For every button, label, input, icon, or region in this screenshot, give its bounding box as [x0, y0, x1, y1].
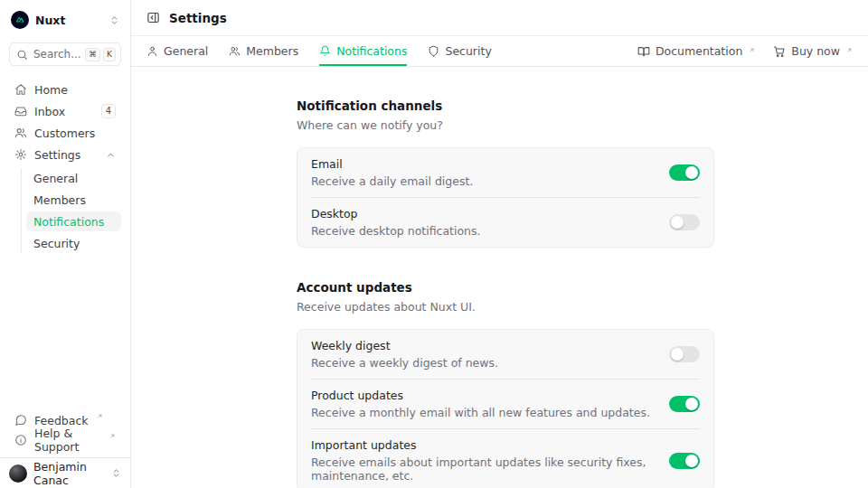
users-icon [229, 45, 241, 57]
row-text: Important updates Receive emails about i… [311, 438, 669, 483]
external-link-icon [109, 433, 116, 439]
tab-general[interactable]: General [146, 36, 208, 66]
tab-members[interactable]: Members [229, 36, 298, 66]
desktop-row: Desktop Receive desktop notifications. [297, 198, 713, 247]
sidebar-footer: Feedback Help & Support Benjamin Canac [9, 410, 121, 488]
cart-icon [773, 45, 786, 58]
nuxt-logo-icon [11, 11, 29, 29]
kbd-cmd: ⌘ [85, 48, 100, 61]
settings-content: Notification channels Where can we notif… [131, 67, 868, 488]
chevron-updown-icon [111, 468, 121, 478]
documentation-label: Documentation [656, 44, 742, 58]
sidebar-nav: Home Inbox 4 Customers Settings [9, 80, 121, 253]
tab-label: Notifications [336, 44, 407, 58]
sidebar-item-security[interactable]: Security [26, 233, 121, 253]
sidebar-item-members[interactable]: Members [26, 190, 121, 210]
help-support-label: Help & Support [34, 427, 101, 454]
row-description: Receive a daily email digest. [311, 174, 473, 188]
account-updates-section: Account updates Receive updates about Nu… [297, 280, 714, 488]
tab-label: Members [246, 44, 298, 58]
tab-actions: Documentation Buy now [637, 44, 853, 58]
inbox-count-badge: 4 [101, 104, 116, 118]
important-updates-row: Important updates Receive emails about i… [297, 429, 713, 488]
workspace-selector[interactable]: Nuxt [9, 9, 121, 31]
users-icon [14, 127, 27, 139]
email-toggle[interactable] [669, 164, 700, 181]
row-label: Desktop [311, 207, 481, 221]
chevron-updown-icon [109, 15, 119, 25]
product-updates-toggle[interactable] [669, 396, 700, 412]
sub-item-label: General [33, 172, 78, 185]
kbd-k: K [103, 48, 116, 61]
sidebar-item-inbox[interactable]: Inbox 4 [9, 101, 121, 121]
weekly-digest-row: Weekly digest Receive a weekly digest of… [297, 330, 713, 379]
email-row: Email Receive a daily email digest. [297, 148, 713, 197]
info-circle-icon [14, 434, 27, 446]
panel-collapse-icon[interactable] [146, 11, 160, 24]
row-description: Receive a monthly email with all new fea… [311, 406, 650, 419]
book-icon [637, 45, 650, 58]
sub-item-label: Security [33, 237, 80, 250]
sidebar-item-settings[interactable]: Settings [9, 145, 121, 164]
help-support-link[interactable]: Help & Support [9, 430, 121, 450]
search-field[interactable] [33, 48, 84, 61]
tab-bar: General Members Notifications Security [131, 36, 868, 67]
desktop-toggle[interactable] [669, 214, 700, 230]
tab-label: General [164, 44, 208, 58]
sidebar-item-notifications[interactable]: Notifications [26, 211, 121, 231]
main-panel: Settings General Members Notifications S… [131, 0, 868, 488]
row-text: Weekly digest Receive a weekly digest of… [311, 339, 498, 370]
user-icon [146, 45, 158, 57]
row-text: Desktop Receive desktop notifications. [311, 207, 481, 238]
user-menu[interactable]: Benjamin Canac [0, 457, 130, 488]
home-icon [14, 83, 27, 96]
row-label: Email [311, 157, 473, 171]
search-input[interactable]: ⌘ K [9, 42, 121, 66]
gear-icon [14, 148, 27, 161]
notification-channels-card: Email Receive a daily email digest. Desk… [297, 147, 714, 248]
section-subtitle: Receive updates about Nuxt UI. [297, 300, 714, 314]
sub-item-label: Notifications [33, 215, 104, 229]
sidebar-item-home[interactable]: Home [9, 80, 121, 99]
external-link-icon [97, 413, 103, 419]
page-title: Settings [169, 11, 227, 25]
avatar [9, 465, 27, 483]
documentation-button[interactable]: Documentation [637, 44, 755, 58]
sub-item-label: Members [33, 193, 86, 207]
row-description: Receive a weekly digest of news. [311, 356, 498, 370]
inbox-icon [14, 105, 27, 117]
important-updates-toggle[interactable] [669, 453, 700, 469]
sidebar-item-general[interactable]: General [26, 168, 121, 188]
tab-label: Security [445, 44, 491, 58]
sidebar-item-label: Customers [34, 127, 95, 140]
row-description: Receive desktop notifications. [311, 224, 481, 238]
search-shortcut: ⌘ K [85, 48, 116, 61]
settings-subnav: General Members Notifications Security [21, 168, 121, 253]
external-link-icon [846, 47, 853, 53]
feedback-label: Feedback [34, 414, 89, 427]
notification-channels-section: Notification channels Where can we notif… [297, 99, 714, 248]
page-header: Settings [131, 0, 868, 36]
sidebar-item-label: Settings [34, 148, 80, 162]
row-text: Email Receive a daily email digest. [311, 157, 473, 188]
section-subtitle: Where can we notify you? [297, 118, 714, 132]
sidebar: Nuxt ⌘ K Home Inbox 4 [0, 0, 131, 488]
shield-icon [428, 45, 439, 57]
sidebar-item-label: Inbox [34, 105, 65, 118]
section-title: Notification channels [297, 99, 714, 113]
user-name: Benjamin Canac [33, 460, 105, 487]
sidebar-item-customers[interactable]: Customers [9, 123, 121, 143]
buy-now-button[interactable]: Buy now [773, 44, 853, 58]
search-icon [16, 49, 28, 61]
row-label: Weekly digest [311, 339, 498, 352]
tab-notifications[interactable]: Notifications [319, 36, 407, 66]
weekly-digest-toggle[interactable] [669, 346, 700, 362]
buy-now-label: Buy now [791, 44, 840, 58]
sidebar-item-label: Home [34, 83, 68, 97]
external-link-icon [749, 47, 755, 53]
chevron-up-icon [106, 150, 116, 160]
row-label: Product updates [311, 389, 650, 402]
tab-security[interactable]: Security [428, 36, 491, 66]
row-label: Important updates [311, 438, 669, 452]
account-updates-card: Weekly digest Receive a weekly digest of… [297, 329, 714, 488]
